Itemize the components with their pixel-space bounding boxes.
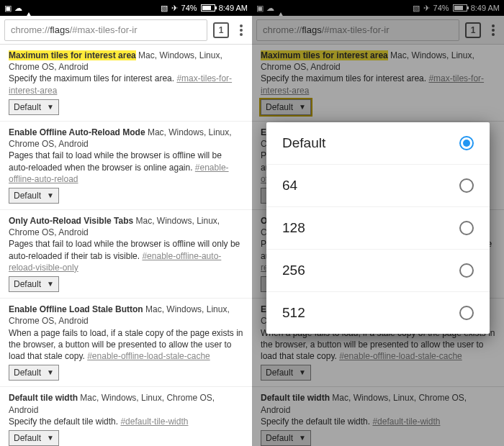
select-option-label: 256 [282,263,305,278]
select-option[interactable]: 128 [266,207,490,250]
flag-title: Maximum tiles for interest area [9,50,136,60]
flag-title: Default tile width [9,393,78,403]
chevron-down-icon: ▼ [47,433,54,443]
image-icon: ▣ [4,4,12,12]
flag-hash-link[interactable]: #enable-offline-auto-reload [9,163,229,184]
chevron-down-icon: ▼ [47,279,54,289]
select-option[interactable]: Default [266,122,490,165]
flag-select-value: Default [14,190,41,201]
overflow-menu-button[interactable] [235,24,248,36]
select-option[interactable]: 512 [266,292,490,334]
url-input[interactable]: chrome://flags/#max-tiles-for-ir [4,19,207,41]
flag-select[interactable]: Default▼ [9,99,59,115]
flag-description: Pages that fail to load while the browse… [9,238,243,273]
chevron-down-icon: ▼ [47,102,54,112]
flag-select-value: Default [14,278,41,290]
radio-icon [459,221,474,235]
tab-switcher-button[interactable]: 1 [213,22,229,38]
flag-description: Specify the maximum tiles for interest a… [9,73,243,96]
select-dialog: Default64128256512 [266,122,490,334]
flag-title: Only Auto-Reload Visible Tabs [9,216,133,226]
flag-item: Enable Offline Load Stale Button Mac, Wi… [0,299,252,387]
flag-hash-link[interactable]: #enable-offline-auto-reload-visible-only [9,251,221,273]
cloud-upload-icon: ☁ [14,4,22,12]
airplane-mode-icon: ✈ [171,4,178,12]
flag-description: Specify the default tile width. #default… [9,416,243,427]
flag-select-value: Default [14,432,41,444]
flag-select[interactable]: Default▼ [9,365,59,381]
flag-item: Only Auto-Reload Visible Tabs Mac, Windo… [0,210,252,299]
select-option[interactable]: 256 [266,250,490,292]
select-option[interactable]: 64 [266,165,490,207]
flag-title: Enable Offline Load Stale Button [9,304,143,314]
flag-hash-link[interactable]: #max-tiles-for-interest-area [9,73,232,95]
url-host: flags [50,24,69,35]
status-bar: ▣ ☁ ▧ ✈ 74% 8:49 AM [0,0,252,16]
battery-pct: 74% [181,4,197,12]
flag-hash-link[interactable]: #enable-offline-load-stale-cache [87,351,210,361]
screenshot-right: ▣ ☁ ▧ ✈ 74% 8:49 AM chrome://flags/#max-… [252,0,504,446]
radio-icon [459,136,474,150]
flag-description: When a page fails to load, if a stale co… [9,327,243,363]
flag-title: Enable Offline Auto-Reload Mode [9,127,145,137]
warning-icon [25,4,32,12]
flag-select-value: Default [14,101,41,113]
screenshot-left: ▣ ☁ ▧ ✈ 74% 8:49 AM chrome://flags/#max-… [0,0,252,446]
radio-icon [459,263,474,278]
flag-select-value: Default [14,367,41,378]
radio-icon [459,306,474,320]
flags-page: Maximum tiles for interest area Mac, Win… [0,45,252,446]
radio-icon [459,178,474,193]
flag-select[interactable]: Default▼ [9,276,59,292]
flag-item: Maximum tiles for interest area Mac, Win… [0,45,252,122]
select-option-label: 512 [282,305,305,321]
url-prefix: chrome:// [11,24,50,35]
select-option-label: Default [282,135,325,151]
flag-item: Enable Offline Auto-Reload Mode Mac, Win… [0,122,252,210]
flag-select[interactable]: Default▼ [9,430,59,446]
select-option-label: 128 [282,220,305,236]
chevron-down-icon: ▼ [47,368,54,378]
flag-hash-link[interactable]: #default-tile-width [120,417,188,427]
flag-description: Pages that fail to load while the browse… [9,150,243,185]
flag-select[interactable]: Default▼ [9,188,59,204]
chevron-down-icon: ▼ [47,191,54,201]
url-path: /#max-tiles-for-ir [70,24,138,35]
vibrate-icon: ▧ [161,4,168,12]
flag-item: Default tile width Mac, Windows, Linux, … [0,387,252,446]
select-option-label: 64 [282,178,297,194]
battery-icon [201,4,215,12]
clock: 8:49 AM [219,4,248,12]
browser-toolbar: chrome://flags/#max-tiles-for-ir 1 [0,16,252,45]
